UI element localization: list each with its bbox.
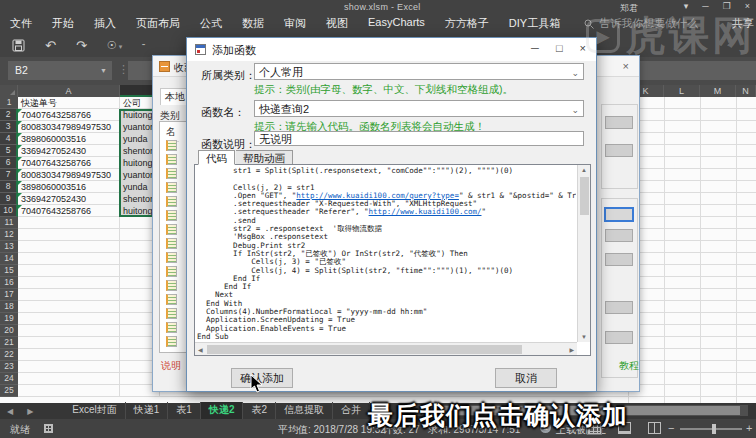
notebook-icon[interactable] [166, 154, 177, 165]
side-button-1[interactable] [605, 116, 633, 129]
notebook-icon[interactable] [166, 308, 177, 319]
tab-code[interactable]: 代码 [198, 150, 235, 165]
ribbon-tab-11[interactable]: DIY工具箱 [499, 14, 570, 33]
side-button-3[interactable] [605, 208, 633, 221]
namebox-dropdown-icon[interactable]: ▼ [100, 61, 107, 80]
code-vertical-scrollbar[interactable]: ▲ ▼ [577, 165, 590, 342]
cell-A19[interactable] [18, 313, 120, 325]
description-input[interactable]: 无说明 [254, 131, 584, 146]
ribbon-tab-8[interactable]: 视图 [316, 14, 358, 33]
cancel-button[interactable]: 取消 [495, 368, 557, 388]
scroll-left-icon[interactable]: ◀ [198, 346, 203, 353]
notebook-icon[interactable] [166, 210, 177, 221]
row-header-14[interactable]: 14 [0, 253, 18, 265]
scroll-down-icon[interactable]: ▼ [581, 334, 587, 340]
cell-A10[interactable]: 70407643258766 [18, 205, 120, 217]
notebook-icon[interactable] [166, 252, 177, 263]
row-header-11[interactable]: 11 [0, 217, 18, 229]
ribbon-tab-2[interactable]: 开始 [42, 14, 84, 33]
share-button[interactable]: 共享 [732, 16, 754, 31]
function-name-combo[interactable]: 快递查询2 ⌄ [254, 100, 584, 117]
cell-A2[interactable]: 70407643258766 [18, 109, 120, 121]
tutorial-link[interactable]: 教程 [619, 359, 639, 373]
cell-A5[interactable]: 3369427052430 [18, 145, 120, 157]
notebook-icon[interactable] [166, 336, 177, 347]
undo-icon[interactable]: ↶ [45, 38, 56, 53]
row-header-19[interactable]: 19 [0, 313, 18, 325]
row-header-17[interactable]: 17 [0, 289, 18, 301]
notebook-icon[interactable] [166, 266, 177, 277]
cell-A23[interactable] [18, 361, 120, 373]
cell-A3[interactable]: 800830347989497530 [18, 121, 120, 133]
restore-icon[interactable]: ❐ [723, 1, 731, 11]
notebook-icon[interactable] [166, 280, 177, 291]
sheet-tab-4[interactable]: 快递2 [201, 402, 244, 421]
sheet-tab-5[interactable]: 表2 [243, 402, 276, 421]
row-header-12[interactable]: 12 [0, 229, 18, 241]
row-header-15[interactable]: 15 [0, 265, 18, 277]
ribbon-tab-3[interactable]: 插入 [84, 14, 126, 33]
row-header-16[interactable]: 16 [0, 277, 18, 289]
side-button-2[interactable] [605, 144, 633, 157]
sheet-tab-3[interactable]: 表1 [168, 402, 201, 421]
cell-A17[interactable] [18, 289, 120, 301]
row-header-13[interactable]: 13 [0, 241, 18, 253]
row-header-2[interactable]: 2 [0, 109, 18, 121]
row-header-10[interactable]: 10 [0, 205, 18, 217]
row-header-5[interactable]: 5 [0, 145, 18, 157]
row-header-18[interactable]: 18 [0, 301, 18, 313]
ribbon-tab-5[interactable]: 公式 [190, 14, 232, 33]
row-header-1[interactable]: 1 [0, 97, 18, 109]
background-window-close-icon[interactable]: × [623, 60, 629, 72]
side-button-4[interactable] [605, 229, 633, 242]
tell-me-search[interactable]: 告诉我你想要做什么 [584, 16, 698, 31]
touch-mode-icon[interactable]: ☉ ▾ [107, 39, 122, 52]
col-header-l[interactable]: L [664, 85, 700, 97]
select-all-corner[interactable] [0, 85, 18, 97]
category-combo-arrow-icon[interactable]: ⌄ [571, 65, 579, 81]
ribbon-tab-10[interactable]: 方方格子 [435, 14, 499, 33]
side-button-6[interactable] [605, 301, 633, 314]
cell-A25[interactable] [18, 385, 120, 397]
ribbon-options-icon[interactable]: ▾ [684, 1, 689, 11]
code-editor[interactable]: str1 = Split(Split(.responsetext, "comCo… [197, 167, 576, 341]
ribbon-tab-7[interactable]: 审阅 [274, 14, 316, 33]
zoom-slider-thumb[interactable] [712, 424, 716, 434]
row-header-20[interactable]: 20 [0, 325, 18, 337]
close-icon[interactable]: × [745, 1, 750, 11]
row-header-21[interactable]: 21 [0, 337, 18, 349]
scroll-right-icon[interactable]: ▶ [569, 346, 574, 353]
cell-A21[interactable] [18, 337, 120, 349]
dialog-minimize-icon[interactable]: ─ [531, 42, 539, 54]
cell-A11[interactable] [18, 217, 120, 229]
cell-A24[interactable] [18, 373, 120, 385]
zoom-in-icon[interactable]: + [746, 422, 752, 434]
cell-A15[interactable] [18, 265, 120, 277]
scroll-up-icon[interactable]: ▲ [581, 167, 587, 173]
row-header-6[interactable]: 6 [0, 157, 18, 169]
cell-A9[interactable]: 3369427052430 [18, 193, 120, 205]
category-combo[interactable]: 个人常用 ⌄ [254, 63, 584, 80]
cell-A14[interactable] [18, 253, 120, 265]
page-break-view-icon[interactable] [648, 422, 661, 434]
notebook-icon[interactable] [166, 196, 177, 207]
name-box[interactable]: B2 ▼ [8, 61, 112, 80]
redo-icon[interactable]: ↷ [76, 38, 87, 53]
function-combo-arrow-icon[interactable]: ⌄ [571, 102, 579, 118]
ribbon-tab-4[interactable]: 页面布局 [126, 14, 190, 33]
notebook-icon[interactable] [166, 182, 177, 193]
cell-A6[interactable]: 70407643258766 [18, 157, 120, 169]
ribbon-tab-1[interactable]: 文件 [0, 14, 42, 33]
dialog-maximize-icon[interactable]: □ [556, 42, 563, 54]
cell-A16[interactable] [18, 277, 120, 289]
sheet-tab-6[interactable]: 信息提取 [276, 402, 333, 421]
save-icon[interactable] [12, 39, 25, 52]
sheet-next-icon[interactable]: ▶ [20, 407, 40, 416]
row-header-3[interactable]: 3 [0, 121, 18, 133]
col-header-a[interactable]: A [18, 85, 120, 97]
cell-A8[interactable]: 3898060003516 [18, 181, 120, 193]
dialog-close-icon[interactable]: × [580, 42, 586, 54]
cell-A13[interactable] [18, 241, 120, 253]
tab-help-animation[interactable]: 帮助动画 [236, 150, 293, 165]
notebook-icon[interactable] [166, 322, 177, 333]
